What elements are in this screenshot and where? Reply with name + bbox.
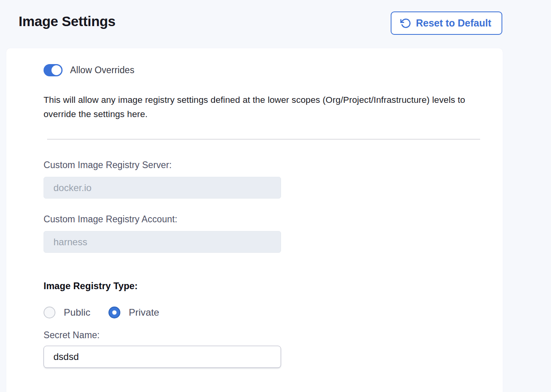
registry-server-input bbox=[44, 177, 281, 199]
registry-server-field: Custom Image Registry Server: bbox=[44, 160, 480, 199]
allow-overrides-toggle[interactable] bbox=[44, 64, 63, 76]
page-header: Image Settings Reset to Default bbox=[0, 0, 551, 48]
reset-button-label: Reset to Default bbox=[416, 17, 491, 29]
section-divider bbox=[47, 139, 480, 140]
private-radio-icon[interactable] bbox=[108, 307, 120, 318]
allow-overrides-row: Allow Overrides bbox=[44, 64, 480, 76]
image-settings-card: Allow Overrides This will allow any imag… bbox=[6, 48, 503, 392]
registry-type-radio-group: Public Private bbox=[44, 307, 480, 318]
registry-account-input bbox=[44, 231, 281, 253]
page-title: Image Settings bbox=[19, 13, 116, 29]
radio-option-private[interactable]: Private bbox=[108, 307, 159, 318]
radio-option-public[interactable]: Public bbox=[44, 307, 90, 318]
secret-name-field: Secret Name: bbox=[44, 330, 480, 368]
public-radio-label: Public bbox=[64, 307, 90, 318]
private-radio-label: Private bbox=[129, 307, 159, 318]
registry-type-label: Image Registry Type: bbox=[44, 281, 480, 292]
registry-account-field: Custom Image Registry Account: bbox=[44, 214, 480, 253]
registry-server-label: Custom Image Registry Server: bbox=[44, 160, 480, 170]
reset-icon bbox=[400, 18, 411, 29]
allow-overrides-description: This will allow any image registry setti… bbox=[44, 93, 480, 121]
secret-name-input[interactable] bbox=[44, 346, 281, 368]
reset-to-default-button[interactable]: Reset to Default bbox=[391, 11, 502, 35]
secret-name-label: Secret Name: bbox=[44, 330, 480, 341]
public-radio-icon[interactable] bbox=[44, 307, 55, 318]
toggle-knob-icon bbox=[51, 65, 61, 75]
allow-overrides-label: Allow Overrides bbox=[70, 65, 135, 76]
registry-account-label: Custom Image Registry Account: bbox=[44, 214, 480, 225]
